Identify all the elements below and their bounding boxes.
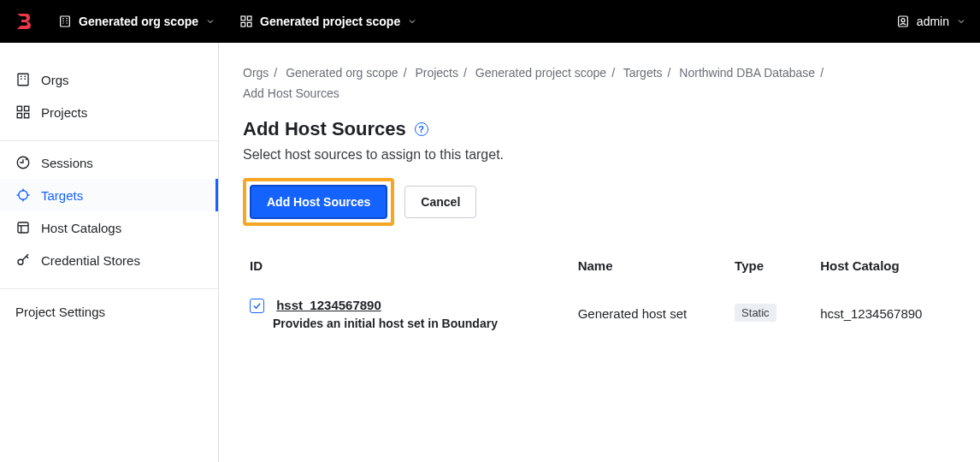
row-catalog: hcst_1234567890 bbox=[813, 288, 956, 339]
breadcrumb-item[interactable]: Northwind DBA Database bbox=[679, 66, 815, 80]
user-menu[interactable]: admin bbox=[896, 15, 966, 28]
target-icon bbox=[15, 187, 31, 203]
col-id: ID bbox=[243, 250, 571, 289]
sidebar-label: Sessions bbox=[41, 156, 93, 170]
primary-button-highlight: Add Host Sources bbox=[243, 178, 394, 226]
user-badge-icon bbox=[896, 15, 910, 28]
sidebar-label: Credential Stores bbox=[41, 253, 140, 268]
sidebar-label: Orgs bbox=[41, 73, 69, 87]
svg-rect-21 bbox=[25, 114, 29, 118]
page-title: Add Host Sources bbox=[243, 118, 406, 140]
row-name: Generated host set bbox=[571, 288, 728, 339]
breadcrumb: Orgs/ Generated org scope/ Projects/ Gen… bbox=[243, 63, 956, 104]
svg-rect-7 bbox=[241, 16, 245, 21]
svg-rect-13 bbox=[18, 74, 28, 86]
svg-point-32 bbox=[18, 259, 23, 264]
project-scope-label: Generated project scope bbox=[260, 15, 400, 28]
svg-rect-18 bbox=[17, 106, 21, 110]
sidebar-item-credential-stores[interactable]: Credential Stores bbox=[0, 244, 218, 276]
svg-rect-20 bbox=[17, 114, 21, 118]
sessions-icon bbox=[15, 155, 31, 170]
catalog-icon bbox=[15, 220, 31, 235]
sidebar-item-projects[interactable]: Projects bbox=[0, 96, 218, 128]
logo-icon bbox=[14, 11, 34, 32]
sidebar-label: Targets bbox=[41, 188, 83, 203]
org-scope-selector[interactable]: Generated org scope bbox=[51, 9, 222, 33]
sidebar-project-settings[interactable]: Project Settings bbox=[0, 294, 218, 329]
breadcrumb-item[interactable]: Generated org scope bbox=[286, 66, 398, 80]
org-icon bbox=[15, 72, 31, 87]
svg-point-12 bbox=[901, 19, 905, 22]
check-icon bbox=[252, 301, 262, 311]
svg-line-34 bbox=[27, 257, 28, 258]
row-description: Provides an initial host set in Boundary bbox=[273, 317, 564, 330]
sidebar-item-orgs[interactable]: Orgs bbox=[0, 63, 218, 96]
svg-rect-9 bbox=[241, 22, 245, 27]
page-subtitle: Select host sources to assign to this ta… bbox=[243, 147, 956, 163]
breadcrumb-item[interactable]: Orgs bbox=[243, 66, 269, 80]
sidebar: Orgs Projects Sessions Targets Host Cata… bbox=[0, 43, 219, 462]
sidebar-item-sessions[interactable]: Sessions bbox=[0, 146, 218, 179]
chevron-down-icon bbox=[407, 16, 417, 27]
main-content: Orgs/ Generated org scope/ Projects/ Gen… bbox=[219, 43, 980, 462]
key-icon bbox=[15, 252, 31, 268]
grid-icon bbox=[239, 15, 253, 28]
user-label: admin bbox=[917, 15, 949, 28]
breadcrumb-item[interactable]: Projects bbox=[415, 66, 458, 80]
cancel-button[interactable]: Cancel bbox=[404, 186, 476, 218]
sidebar-label: Host Catalogs bbox=[41, 221, 121, 235]
svg-rect-8 bbox=[247, 16, 251, 21]
svg-rect-19 bbox=[25, 106, 29, 110]
help-icon[interactable]: ? bbox=[415, 122, 428, 136]
sidebar-item-targets[interactable]: Targets bbox=[0, 179, 218, 211]
svg-line-23 bbox=[26, 158, 27, 160]
row-type-badge: Static bbox=[735, 304, 776, 322]
col-catalog: Host Catalog bbox=[813, 250, 956, 289]
col-type: Type bbox=[728, 250, 813, 289]
project-scope-selector[interactable]: Generated project scope bbox=[233, 9, 424, 33]
chevron-down-icon bbox=[205, 16, 215, 27]
svg-rect-10 bbox=[247, 22, 251, 27]
topbar: Generated org scope Generated project sc… bbox=[0, 0, 980, 43]
breadcrumb-item[interactable]: Targets bbox=[623, 66, 663, 80]
svg-rect-29 bbox=[18, 222, 28, 233]
add-host-sources-button[interactable]: Add Host Sources bbox=[250, 185, 387, 219]
org-scope-label: Generated org scope bbox=[79, 15, 198, 28]
row-checkbox[interactable] bbox=[250, 299, 264, 313]
table-row: hsst_1234567890 Provides an initial host… bbox=[243, 288, 956, 339]
org-icon bbox=[58, 15, 72, 28]
chevron-down-icon bbox=[956, 16, 966, 27]
svg-rect-11 bbox=[899, 16, 908, 27]
grid-icon bbox=[15, 104, 31, 120]
breadcrumb-item[interactable]: Generated project scope bbox=[475, 66, 606, 80]
host-sources-table: ID Name Type Host Catalog hsst_123456789… bbox=[243, 250, 956, 340]
row-id-link[interactable]: hsst_1234567890 bbox=[276, 298, 381, 312]
col-name: Name bbox=[571, 250, 728, 289]
svg-point-24 bbox=[19, 191, 28, 200]
sidebar-label: Projects bbox=[41, 105, 87, 120]
breadcrumb-item: Add Host Sources bbox=[243, 86, 339, 100]
sidebar-item-host-catalogs[interactable]: Host Catalogs bbox=[0, 211, 218, 244]
sidebar-settings-label: Project Settings bbox=[15, 305, 105, 319]
svg-rect-0 bbox=[61, 16, 70, 27]
